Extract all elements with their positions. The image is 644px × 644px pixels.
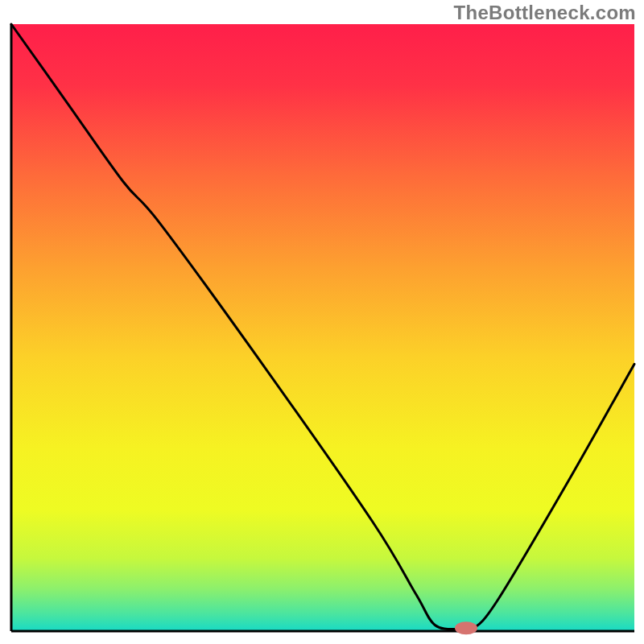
bottleneck-chart bbox=[0, 0, 644, 644]
optimal-point-marker bbox=[455, 621, 477, 634]
plot-background bbox=[11, 24, 634, 631]
chart-container: TheBottleneck.com bbox=[0, 0, 644, 644]
